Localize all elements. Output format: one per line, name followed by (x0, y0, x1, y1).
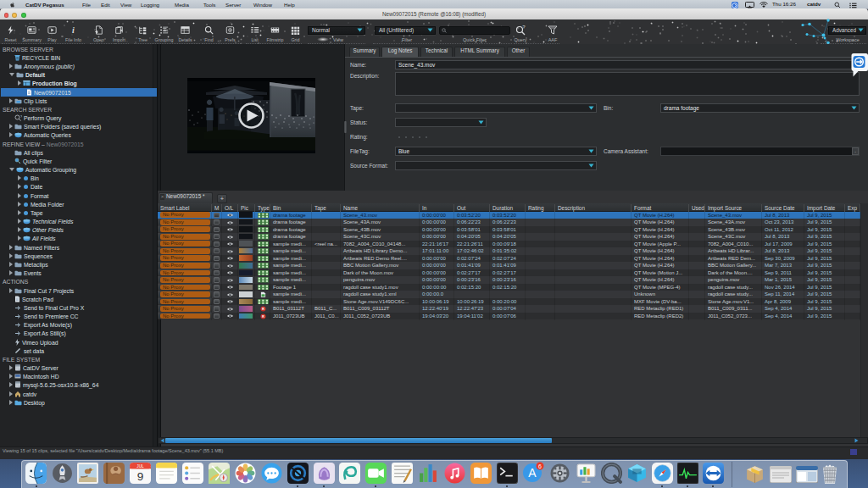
svg-text:A: A (528, 466, 537, 480)
svg-text:R: R (262, 314, 264, 319)
svg-text:R: R (262, 307, 264, 311)
svg-text:9: 9 (136, 470, 143, 483)
svg-text:?: ? (522, 25, 526, 30)
svg-text:i: i (72, 25, 75, 35)
svg-text:?: ? (20, 114, 22, 119)
svg-text:JUL: JUL (136, 464, 144, 469)
svg-text:6: 6 (538, 463, 542, 469)
